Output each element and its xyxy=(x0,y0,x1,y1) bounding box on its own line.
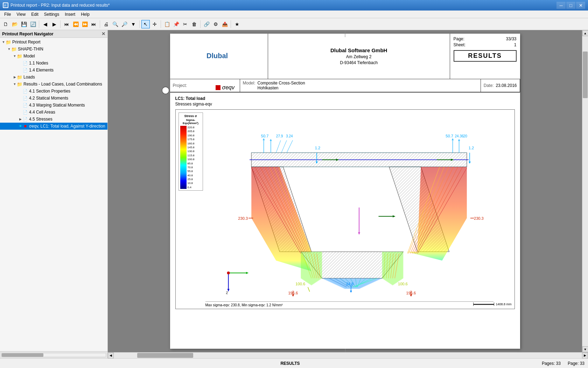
toggle-icon[interactable]: ▼ xyxy=(13,82,17,86)
date-field: Date: 23.08.2016 xyxy=(481,79,520,92)
save-btn[interactable]: 💾 xyxy=(20,20,28,28)
tree-statical-moments[interactable]: 📄 4.2 Statical Moments xyxy=(0,95,107,102)
bottom-scrollbar[interactable]: ◀ ▶ xyxy=(108,352,588,358)
cut-btn[interactable]: ✂ xyxy=(181,20,189,28)
tree-shape-thin[interactable]: ▼ 📁 SHAPE-THIN xyxy=(0,46,107,53)
tree-printout-report[interactable]: ▼ 📁 Printout Report xyxy=(0,39,107,46)
tree-section-props[interactable]: 📄 4.1 Section Properties xyxy=(0,88,107,95)
copy-btn[interactable]: 📋 xyxy=(163,20,171,28)
model-field: Model: Composite Cross-Section Hohlkaste… xyxy=(240,79,481,92)
tree-cell-areas[interactable]: 📄 4.4 Cell Areas xyxy=(0,109,107,116)
svg-text:100.6: 100.6 xyxy=(295,282,305,286)
status-right: Pages: 33 Page: 33 xyxy=(542,361,584,366)
svg-marker-43 xyxy=(458,139,460,141)
legend-subtitle: Sigma-Eqv(N/mm²) xyxy=(180,118,201,125)
first-btn[interactable]: ⏮ xyxy=(62,20,71,28)
tree-label: Model xyxy=(23,54,35,59)
stress-icon: ■ xyxy=(22,123,28,129)
tree-model[interactable]: ▼ 📁 Model xyxy=(0,53,107,60)
last-btn[interactable]: ⏭ xyxy=(90,20,98,28)
zoom-out-btn[interactable]: 🔎 xyxy=(120,20,128,28)
zoom-options-btn[interactable]: ▼ xyxy=(129,20,138,28)
tree-warping[interactable]: 📄 4.3 Warping Statical Moments xyxy=(0,102,107,109)
nav-horizontal-scrollbar[interactable] xyxy=(1,353,106,357)
load-case-title: LC1: Total load xyxy=(175,96,515,101)
toggle-icon[interactable]: ▶ xyxy=(13,75,17,79)
svg-text:P: P xyxy=(4,4,6,7)
address2: D-93464 Tiefenbach xyxy=(340,60,378,65)
folder-icon: 📁 xyxy=(6,39,11,45)
scroll-up-btn[interactable]: ▲ xyxy=(582,30,588,36)
tree-results[interactable]: ▼ 📁 Results - Load Cases, Load Combinati… xyxy=(0,81,107,88)
zoom-in-btn[interactable]: 🔍 xyxy=(111,20,119,28)
minimize-button[interactable]: ─ xyxy=(556,2,566,9)
legend-title: Stress σ xyxy=(180,114,201,118)
svg-text:z: z xyxy=(226,290,228,295)
export-btn[interactable]: 📤 xyxy=(220,20,229,28)
doc-icon: 📄 xyxy=(22,60,28,66)
new-btn[interactable]: 🗋 xyxy=(1,20,10,28)
right-scrollbar[interactable]: ▲ ▼ xyxy=(582,30,588,352)
scroll-right-btn[interactable]: ▶ xyxy=(582,353,588,359)
next-btn[interactable]: ⏩ xyxy=(80,20,89,28)
toggle-icon[interactable]: ▼ xyxy=(7,47,11,51)
content-row: σeqv Dlubal Dlubal Software Gm xyxy=(108,30,588,352)
forward-btn[interactable]: ▶ xyxy=(50,20,58,28)
svg-line-31 xyxy=(287,140,293,152)
maximize-button[interactable]: □ xyxy=(566,2,575,9)
menu-insert[interactable]: Insert xyxy=(62,11,78,18)
navigator-title: Printout Report Navigator xyxy=(2,32,54,36)
close-button[interactable]: ✕ xyxy=(576,2,585,9)
folder-icon: 📁 xyxy=(11,46,17,52)
sep2 xyxy=(60,20,61,28)
settings-btn[interactable]: ⚙ xyxy=(211,20,220,28)
menu-view[interactable]: View xyxy=(14,11,28,18)
doc-icon: 📄 xyxy=(22,109,28,115)
title-bar: P Printout report - PR2: Input data and … xyxy=(0,0,588,11)
tree-stress-result[interactable]: 👁 ■ σeqv, LC1: Total load, Against Y-dir… xyxy=(0,123,107,130)
toggle-icon[interactable]: ▼ xyxy=(1,40,6,44)
model-label: Model: xyxy=(243,81,255,86)
navigator-close[interactable]: ✕ xyxy=(102,31,105,36)
tree-loads[interactable]: ▶ 📁 Loads xyxy=(0,74,107,81)
scroll-track[interactable] xyxy=(582,36,588,346)
paste-btn[interactable]: 📌 xyxy=(172,20,180,28)
scroll-down-btn[interactable]: ▼ xyxy=(582,346,588,352)
refresh-btn[interactable]: 🔄 xyxy=(29,20,37,28)
back-btn[interactable]: ◀ xyxy=(41,20,49,28)
red-square xyxy=(216,85,220,90)
print-btn[interactable]: 🖨 xyxy=(102,20,110,28)
menu-edit[interactable]: Edit xyxy=(28,11,41,18)
svg-marker-41 xyxy=(451,138,454,140)
svg-point-3 xyxy=(162,87,169,94)
scroll-left-btn[interactable]: ◀ xyxy=(108,353,114,359)
legend-gradient xyxy=(180,126,187,189)
menu-bar: File View Edit Settings Insert Help xyxy=(0,11,588,18)
project-label: Project: xyxy=(173,83,187,88)
tree-label: SHAPE-THIN xyxy=(18,47,43,52)
toggle-icon[interactable]: ▶ xyxy=(18,117,22,121)
current-page: Page: 33 xyxy=(568,361,584,366)
bottom-scroll-thumb xyxy=(137,353,194,358)
page-body: LC1: Total load Stresses sigma-eqv Stres… xyxy=(170,93,520,313)
tree-stresses[interactable]: ▶ 📄 4.5 Stresses xyxy=(0,116,107,123)
toggle-icon[interactable]: ▼ xyxy=(13,54,17,58)
delete-btn[interactable]: 🗑 xyxy=(190,20,198,28)
model-value: Composite Cross-Section xyxy=(258,81,305,86)
svg-line-30 xyxy=(281,140,286,152)
select-btn[interactable]: ↖ xyxy=(141,20,150,28)
svg-text:100.6: 100.6 xyxy=(398,282,408,286)
link-btn[interactable]: 🔗 xyxy=(202,20,211,28)
special-btn[interactable]: ★ xyxy=(233,20,241,28)
company-name: Dlubal Software GmbH xyxy=(330,47,387,53)
tree-label: Printout Report xyxy=(12,40,41,45)
nav-scroll-area xyxy=(0,351,107,358)
tree-nodes[interactable]: 📄 1.1 Nodes xyxy=(0,60,107,67)
menu-settings[interactable]: Settings xyxy=(41,11,62,18)
prev-btn[interactable]: ⏪ xyxy=(71,20,80,28)
menu-file[interactable]: File xyxy=(1,11,14,18)
cursor-btn[interactable]: ✛ xyxy=(150,20,159,28)
menu-help[interactable]: Help xyxy=(78,11,92,18)
open-btn[interactable]: 📂 xyxy=(10,20,19,28)
tree-elements[interactable]: 📄 1.4 Elements xyxy=(0,67,107,74)
